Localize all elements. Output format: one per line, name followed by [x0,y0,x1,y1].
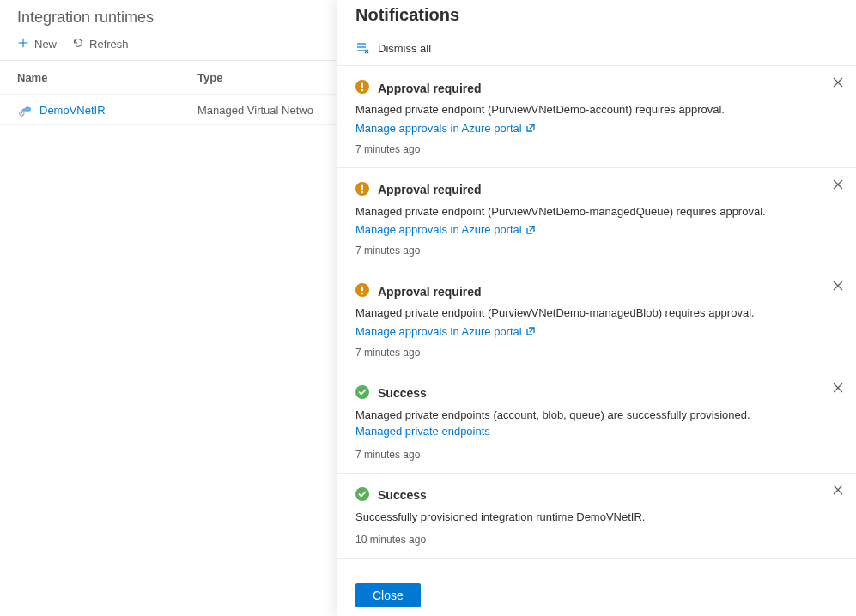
notification-message: Managed private endpoint (PurviewVNetDem… [355,305,817,322]
warning-icon [355,80,369,96]
success-icon [355,487,369,504]
new-button[interactable]: New [17,37,57,51]
dismiss-notification-button[interactable] [832,76,844,91]
notification-message: Managed private endpoint (PurviewVNetDem… [355,101,817,118]
svg-point-20 [361,293,363,294]
svg-point-10 [361,89,363,91]
runtime-name-link[interactable]: DemoVNetIR [39,104,106,117]
column-name[interactable]: Name [17,71,197,84]
notification-item: Success Managed private endpoints (accou… [337,371,856,474]
notification-time: 7 minutes ago [355,143,817,155]
runtime-type: Managed Virtual Netwo [197,104,313,117]
notification-title: Approval required [378,183,482,196]
notification-title: Success [378,488,427,502]
close-button[interactable]: Close [355,583,421,607]
dismiss-notification-button[interactable] [832,178,844,193]
notification-item: Success Successfully provisioned integra… [337,474,856,559]
new-label: New [34,38,57,51]
notification-time: 7 minutes ago [355,449,817,461]
notification-link[interactable]: Manage approvals in Azure portal [355,325,536,338]
svg-rect-9 [361,83,363,88]
notification-item: Approval required Managed private endpoi… [337,168,856,270]
integration-runtime-icon [17,102,33,118]
column-type[interactable]: Type [197,71,222,84]
svg-point-15 [361,190,363,192]
plus-icon [17,37,29,51]
notification-message: Managed private endpoint (PurviewVNetDem… [355,203,817,220]
notification-item: Approval required Managed private endpoi… [337,269,856,371]
warning-icon [355,182,369,198]
svg-rect-14 [361,184,363,190]
notification-link[interactable]: Manage approvals in Azure portal [355,122,536,135]
dismiss-notification-button[interactable] [832,382,844,396]
dismiss-all-label: Dismiss all [378,42,431,55]
dismiss-all-icon [355,40,369,57]
panel-title: Notifications [337,0,856,37]
notification-list: Approval required Managed private endpoi… [337,66,856,571]
panel-footer: Close [337,571,856,616]
refresh-button[interactable]: Refresh [72,37,129,51]
notification-link[interactable]: Managed private endpoints [355,423,490,440]
notification-item: Approval required Managed private endpoi… [337,66,856,168]
notifications-panel: Notifications Dismiss all Approval requi… [337,0,856,616]
svg-rect-19 [361,287,363,292]
dismiss-notification-button[interactable] [832,484,844,498]
notification-link[interactable]: Manage approvals in Azure portal [355,223,536,236]
notification-message: Managed private endpoints (account, blob… [355,407,817,440]
notification-title: Approval required [378,285,482,299]
refresh-icon [72,37,84,51]
success-icon [355,385,369,402]
notification-time: 7 minutes ago [355,245,817,257]
warning-icon [355,283,369,299]
notification-time: 7 minutes ago [355,347,817,359]
notification-message: Successfully provisioned integration run… [355,509,817,526]
notification-title: Success [378,386,427,400]
notification-time: 10 minutes ago [355,534,817,546]
dismiss-notification-button[interactable] [832,280,844,294]
notification-title: Approval required [378,82,482,95]
refresh-label: Refresh [89,38,129,51]
dismiss-all-button[interactable]: Dismiss all [337,37,856,66]
